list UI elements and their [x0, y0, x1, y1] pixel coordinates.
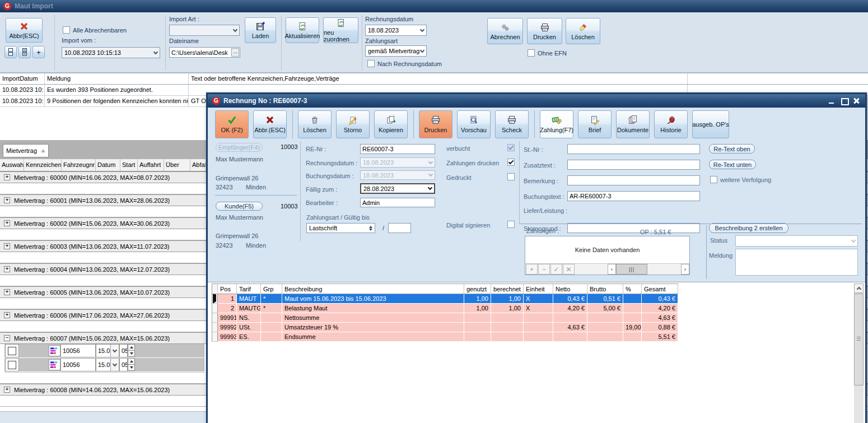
remove-button[interactable]: −: [538, 264, 550, 275]
messages-header-cell[interactable]: ImportDatum: [0, 73, 45, 84]
import-art-combo[interactable]: [169, 25, 240, 36]
items-header-cell[interactable]: Grp: [261, 284, 282, 294]
dropdown-button[interactable]: [110, 358, 119, 371]
meldung-textarea[interactable]: [735, 249, 858, 276]
empfaenger-button[interactable]: Empfänger(F4): [216, 143, 263, 152]
stornogrund-input[interactable]: [567, 223, 700, 233]
items-header-cell[interactable]: Brutto: [587, 284, 623, 294]
scroll-left-button[interactable]: ‹: [608, 264, 616, 275]
zahlungsart-combo[interactable]: gemäß Mietvertrag: [365, 45, 427, 57]
expand-icon[interactable]: +: [4, 174, 10, 180]
collapse-checked-button[interactable]: [18, 46, 31, 58]
group-filter-box[interactable]: Mietvertrag: [3, 144, 49, 157]
expand-icon[interactable]: +: [4, 266, 10, 272]
contracts-header-cell[interactable]: Auffahrt: [138, 159, 164, 171]
weitere-verfolgung-checkbox[interactable]: [710, 176, 717, 183]
import-vom-combo[interactable]: 10.08.2023 10:15:13: [62, 47, 160, 58]
contracts-header-cell[interactable]: Abfahrt: [190, 159, 206, 171]
items-header-cell[interactable]: genutzt: [464, 284, 491, 294]
expand-icon[interactable]: +: [4, 289, 10, 295]
row-checkbox[interactable]: [8, 361, 16, 369]
toolbar-button-dokumente[interactable]: Dokumente: [616, 110, 650, 138]
zahlungen-drucken-checkbox[interactable]: [507, 159, 515, 166]
dateiname-field[interactable]: C:\Users\alena\Desk ...: [169, 47, 240, 58]
laden-button[interactable]: Laden: [245, 17, 276, 43]
toolbar-button-scheck[interactable]: Scheck: [495, 110, 529, 138]
toolbar-button-ok-f2-[interactable]: OK (F2): [215, 110, 249, 138]
toolbar-button-historie[interactable]: Historie: [654, 110, 688, 138]
items-row[interactable]: 99993ES.Endsumme5,51 €: [212, 332, 678, 342]
expand-icon[interactable]: +: [4, 387, 10, 393]
collapse-all-button[interactable]: [4, 46, 17, 58]
abrechnen-button[interactable]: Abrechnen: [487, 18, 523, 44]
toolbar-button-zahlung-f7-[interactable]: Zahlung(F7): [540, 110, 573, 138]
expand-icon[interactable]: +: [4, 243, 10, 249]
st-nr-input[interactable]: [567, 144, 700, 154]
toolbar-button-vorschau[interactable]: Vorschau: [457, 110, 491, 138]
dropdown-button[interactable]: [110, 344, 119, 357]
items-row[interactable]: 99991NS.Nettosumme4,63 €: [212, 313, 678, 323]
messages-header-cell[interactable]: Meldung: [45, 73, 189, 84]
scroll-up-button[interactable]: [854, 283, 864, 293]
aktualisieren-button[interactable]: Aktualisieren: [286, 17, 319, 43]
minimize-button[interactable]: [827, 97, 836, 105]
drucken-button[interactable]: Drucken: [527, 18, 562, 44]
gedruckt-checkbox[interactable]: [507, 173, 515, 180]
abort-button[interactable]: Abbr(ESC): [6, 18, 43, 43]
spinner[interactable]: [128, 358, 135, 371]
status-combo[interactable]: [735, 235, 858, 247]
expand-icon[interactable]: +: [4, 220, 10, 226]
items-header-cell[interactable]: Beschreibung: [282, 284, 464, 294]
contracts-header-cell[interactable]: Start: [120, 159, 138, 171]
toolbar-button-kopieren[interactable]: Kopieren: [374, 110, 408, 138]
faellig-zum-combo[interactable]: 28.08.2023: [360, 183, 435, 194]
v-scroll-thumb[interactable]: [854, 294, 864, 385]
items-header-cell[interactable]: Netto: [553, 284, 587, 294]
toolbar-button-löschen[interactable]: Löschen: [298, 110, 332, 138]
bemerkung-input[interactable]: [567, 175, 700, 185]
expand-icon[interactable]: +: [4, 312, 10, 318]
maximize-button[interactable]: [839, 97, 848, 105]
items-header-cell[interactable]: %: [623, 284, 642, 294]
items-header-cell[interactable]: Pos: [218, 284, 237, 294]
contracts-header-cell[interactable]: Datum: [96, 159, 120, 171]
gueltig-bis-input[interactable]: [388, 223, 411, 233]
close-button[interactable]: [852, 97, 861, 105]
buchungstext-input[interactable]: AR-RE60007-3: [567, 191, 700, 201]
contracts-header-cell[interactable]: Auswahl: [0, 159, 24, 171]
browse-button[interactable]: ...: [231, 48, 239, 57]
add-button[interactable]: +: [526, 264, 538, 275]
scroll-right-button[interactable]: ›: [681, 264, 689, 275]
contract-detail-row[interactable]: 1005615.005: [4, 344, 204, 358]
toolbar-button-abbr-esc-[interactable]: Abbr.(ESC): [253, 110, 287, 138]
spinner[interactable]: [128, 344, 135, 357]
rechnungsdatum-combo[interactable]: 18.08.2023: [365, 25, 427, 36]
contracts-header-cell[interactable]: Kennzeichen: [24, 159, 62, 171]
re-text-unten-button[interactable]: Re-Text unten: [709, 160, 756, 169]
ohne-efn-checkbox[interactable]: [528, 49, 535, 57]
messages-header-cell[interactable]: [688, 73, 867, 84]
items-row[interactable]: 2MAUTG*Belastung Maut1,001,00X4,20 €5,00…: [212, 304, 678, 313]
loeschen-button[interactable]: Löschen: [566, 18, 600, 44]
expand-all-button[interactable]: +: [32, 46, 45, 58]
items-header-cell[interactable]: berechnet: [491, 284, 524, 294]
zahlungsart-combo[interactable]: Lastschrift: [306, 223, 375, 233]
bearbeiter-input[interactable]: Admin: [360, 198, 435, 207]
spinner-icon[interactable]: [369, 226, 372, 231]
row-checkbox[interactable]: [8, 347, 16, 355]
toolbar-button-drucken[interactable]: Drucken: [419, 110, 452, 138]
contracts-header-cell[interactable]: Über: [164, 159, 190, 171]
beschreibung2-button[interactable]: Beschreibung 2 erstellen: [709, 223, 788, 233]
cancel-button[interactable]: ✕: [563, 264, 575, 275]
toolbar-button-ausgeb-op-s[interactable]: ausgeb. OP's: [692, 110, 729, 138]
digital-signieren-checkbox[interactable]: [507, 221, 515, 228]
v-scrollbar[interactable]: [854, 283, 864, 423]
re-text-oben-button[interactable]: Re-Text oben: [709, 144, 755, 154]
expand-icon[interactable]: +: [4, 197, 10, 203]
collapse-icon[interactable]: −: [4, 335, 10, 341]
items-header-cell[interactable]: Einheit: [524, 284, 553, 294]
zusatztext-input[interactable]: [567, 160, 700, 170]
messages-header-cell[interactable]: Text oder betroffene Kennzeichen,Fahrzeu…: [189, 73, 688, 84]
confirm-button[interactable]: ✓: [550, 264, 562, 275]
toolbar-button-storno[interactable]: Storno: [336, 110, 370, 138]
